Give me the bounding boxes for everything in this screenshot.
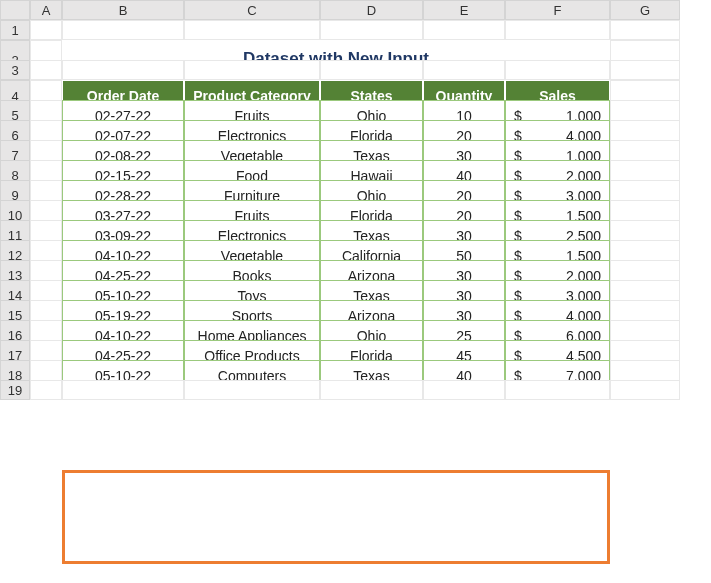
cell-F1[interactable] xyxy=(505,20,610,40)
cell-C3[interactable] xyxy=(184,60,320,80)
col-header-F[interactable]: F xyxy=(505,0,610,20)
cell-A1[interactable] xyxy=(30,20,62,40)
cell-row19-col3[interactable] xyxy=(320,380,423,400)
cell-A3[interactable] xyxy=(30,60,62,80)
cell-D3[interactable] xyxy=(320,60,423,80)
row-header-3[interactable]: 3 xyxy=(0,60,30,80)
cell-row19-col2[interactable] xyxy=(184,380,320,400)
cell-F3[interactable] xyxy=(505,60,610,80)
cell-row19-col5[interactable] xyxy=(505,380,610,400)
highlight-new-rows xyxy=(62,470,610,564)
cell-C1[interactable] xyxy=(184,20,320,40)
col-header-B[interactable]: B xyxy=(62,0,184,20)
corner-cell[interactable] xyxy=(0,0,30,20)
col-header-A[interactable]: A xyxy=(30,0,62,20)
cell-D1[interactable] xyxy=(320,20,423,40)
cell-row19-col0[interactable] xyxy=(30,380,62,400)
row-header-1[interactable]: 1 xyxy=(0,20,30,40)
col-header-C[interactable]: C xyxy=(184,0,320,20)
cell-E3[interactable] xyxy=(423,60,505,80)
cell-B1[interactable] xyxy=(62,20,184,40)
col-header-G[interactable]: G xyxy=(610,0,680,20)
cell-B3[interactable] xyxy=(62,60,184,80)
cell-row19-col4[interactable] xyxy=(423,380,505,400)
cell-G1[interactable] xyxy=(610,20,680,40)
cell-row19-col6[interactable] xyxy=(610,380,680,400)
cell-row19-col1[interactable] xyxy=(62,380,184,400)
spreadsheet-grid: A B C D E F G 1 2 Dataset with New Input… xyxy=(0,0,711,400)
row-header-19[interactable]: 19 xyxy=(0,380,30,400)
col-header-E[interactable]: E xyxy=(423,0,505,20)
cell-E1[interactable] xyxy=(423,20,505,40)
cell-G3[interactable] xyxy=(610,60,680,80)
col-header-D[interactable]: D xyxy=(320,0,423,20)
